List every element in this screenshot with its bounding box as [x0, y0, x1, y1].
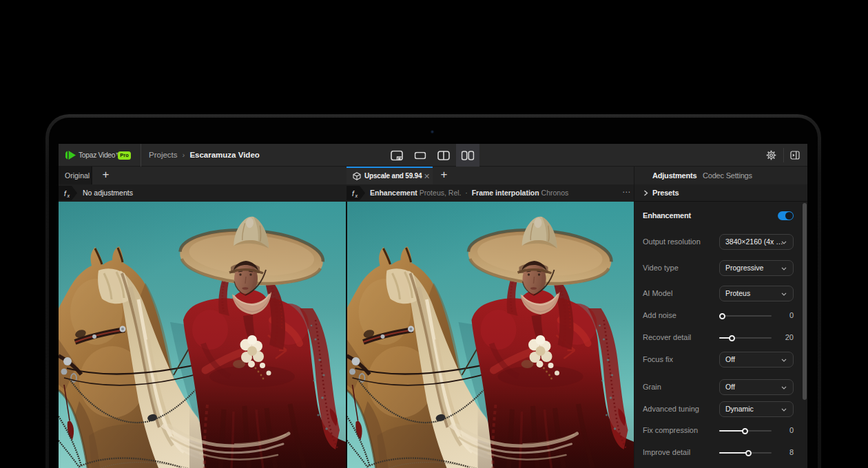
- svg-text:x: x: [355, 193, 358, 198]
- svg-text:x: x: [67, 193, 70, 198]
